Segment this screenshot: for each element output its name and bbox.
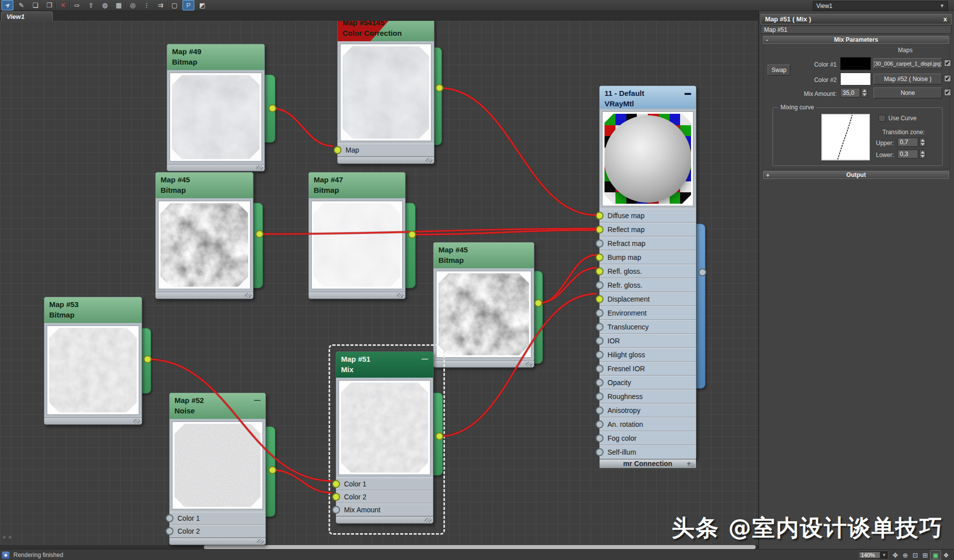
vray-slot[interactable]: Hilight gloss — [600, 348, 696, 362]
node-map47[interactable]: Map #47 Bitmap — [308, 172, 406, 299]
node-header[interactable]: Map #51 Mix — — [336, 352, 433, 378]
socket-out-map45a[interactable] — [256, 230, 263, 238]
vray-slot[interactable]: Diffuse map — [600, 209, 696, 223]
socket-out-map53[interactable] — [144, 355, 152, 363]
mix-amount-spinner[interactable] — [861, 88, 867, 97]
color1-map-button[interactable]: (30_006_carpet_1_displ.jpg) — [873, 58, 942, 69]
pick-material-icon[interactable]: ✎ — [15, 0, 27, 10]
node-map45-b[interactable]: Map #45 Bitmap — [433, 242, 534, 368]
close-icon[interactable]: x — [944, 15, 947, 23]
vray-slot[interactable]: Translucency — [600, 320, 696, 334]
socket-out-colorcorrection[interactable] — [435, 84, 443, 92]
resize-grip-icon[interactable] — [426, 158, 433, 162]
vray-slot[interactable]: Anisotropy — [600, 403, 696, 417]
minimize-icon[interactable]: — — [422, 355, 428, 362]
color1-swatch[interactable] — [840, 57, 871, 70]
node-header[interactable]: 11 - Default VRayMtl ▬ — [600, 86, 696, 109]
horizontal-scrollbar[interactable] — [0, 545, 758, 549]
color2-enable-checkbox[interactable]: ✔ — [944, 75, 951, 82]
socket-out-map52[interactable] — [268, 466, 276, 474]
resize-grip-icon[interactable] — [256, 165, 263, 170]
minimize-icon[interactable]: ▬ — [685, 89, 691, 96]
vray-slot[interactable]: Opacity — [600, 376, 696, 390]
slot-map-input[interactable]: Map — [338, 144, 434, 157]
select-icon[interactable]: ➤ — [1, 0, 13, 10]
vray-slot[interactable]: Refract map — [600, 237, 696, 250]
color2-swatch[interactable] — [840, 73, 871, 85]
socket-out-map49[interactable] — [268, 104, 276, 112]
pan-to-selected-icon[interactable]: ❖ — [941, 551, 951, 560]
pan-icon[interactable]: ✥ — [890, 551, 900, 560]
socket-out-map45b[interactable] — [534, 299, 542, 307]
vray-slot[interactable]: An. rotation — [600, 417, 696, 431]
material-name-field[interactable]: Map #51 — [761, 25, 952, 34]
zoom-extents-icon[interactable]: ⊞ — [920, 551, 930, 560]
resize-grip-icon[interactable] — [257, 539, 264, 544]
slot-color2[interactable]: Color 2 — [170, 525, 265, 538]
delete-icon[interactable]: ✕ — [57, 0, 69, 10]
sort-icon[interactable]: ⋮ — [141, 0, 153, 10]
color1-enable-checkbox[interactable]: ✔ — [944, 60, 951, 67]
rollout-output[interactable]: + Output — [763, 171, 949, 179]
slot-color1[interactable]: Color 1 — [170, 512, 265, 525]
use-curve-checkbox[interactable]: ✔ — [878, 115, 885, 122]
vray-slot[interactable]: Bump map — [600, 250, 696, 264]
socket-out-mix51[interactable] — [435, 432, 443, 440]
slot-color1[interactable]: Color 1 — [336, 478, 433, 490]
move-children-icon[interactable]: ⇨ — [71, 0, 83, 10]
socket-out-vraymtl[interactable] — [698, 268, 706, 276]
upper-field[interactable]: 0,7 — [897, 138, 918, 147]
material-id-icon[interactable]: ◎ — [127, 0, 139, 10]
vray-slot[interactable]: Fresnel IOR — [600, 362, 696, 376]
zoom-icon[interactable]: ⊕ — [900, 551, 910, 560]
layout-all-icon[interactable]: ⇉ — [155, 0, 167, 10]
resize-grip-icon[interactable] — [525, 362, 532, 366]
node-header[interactable]: Map #53 Bitmap — [44, 297, 142, 323]
socket-out-map47[interactable] — [408, 231, 416, 239]
upper-spinner[interactable] — [919, 138, 926, 147]
slot-color2[interactable]: Color 2 — [336, 490, 433, 503]
swap-button[interactable]: Swap — [768, 65, 790, 76]
vray-slot[interactable]: Displacement — [600, 292, 696, 306]
zoom-level-dropdown[interactable]: 140% ▼ — [859, 551, 888, 560]
node-header[interactable]: Map #52 Noise — — [170, 393, 265, 419]
node-header[interactable]: Map #54145 Color Correction — [338, 21, 434, 41]
mix-amount-enable-checkbox[interactable]: ✔ — [944, 89, 951, 96]
expand-icon[interactable]: + — [766, 172, 770, 179]
vray-slot[interactable]: IOR — [600, 334, 696, 348]
mr-connection-bar[interactable]: mr Connection + — [600, 459, 696, 468]
slot-mix-amount[interactable]: Mix Amount — [336, 503, 433, 516]
node-header[interactable]: Map #47 Bitmap — [309, 172, 405, 198]
node-mix51[interactable]: Map #51 Mix — Color 1 Color 2 Mix Amount — [336, 351, 434, 524]
shade-viewport-icon[interactable]: ❏ — [29, 0, 41, 10]
node-header[interactable]: Map #45 Bitmap — [156, 172, 253, 198]
resize-grip-icon[interactable] — [425, 518, 432, 522]
collapse-icon[interactable]: - — [766, 37, 768, 44]
node-map49[interactable]: Map #49 Bitmap — [167, 44, 265, 171]
mix-amount-map-button[interactable]: None — [873, 87, 942, 98]
lower-spinner[interactable] — [919, 150, 926, 159]
scrollbar-thumb[interactable] — [204, 545, 756, 549]
minimize-icon[interactable]: — — [254, 396, 260, 403]
zoom-region-icon[interactable]: ⊡ — [910, 551, 920, 560]
vray-slot[interactable]: Reflect map — [600, 223, 696, 237]
rollout-mix-parameters[interactable]: - Mix Parameters — [763, 36, 949, 44]
hide-unused-slots-icon[interactable]: ⇧ — [85, 0, 97, 10]
select-tree-icon[interactable]: ▢ — [169, 0, 180, 10]
resize-grip-icon[interactable] — [688, 463, 694, 467]
show-maps-icon[interactable]: ◍ — [99, 0, 111, 10]
node-header[interactable]: Map #45 Bitmap — [434, 242, 534, 268]
assign-material-icon[interactable]: ❒ — [43, 0, 55, 10]
view-selector-dropdown[interactable]: View1 ▼ — [813, 1, 948, 10]
node-header[interactable]: Map #49 Bitmap — [167, 44, 264, 70]
mix-amount-field[interactable]: 35,0 — [840, 88, 860, 97]
parameter-editor-icon[interactable]: P — [182, 0, 194, 10]
tab-view1[interactable]: View1 — [1, 11, 53, 21]
panel-title-bar[interactable]: Map #51 ( Mix ) x — [761, 14, 952, 24]
node-canvas[interactable]: Map #49 Bitmap Map #54145 Color Correcti… — [0, 21, 758, 549]
resize-grip-icon[interactable] — [245, 293, 252, 298]
node-map45-a[interactable]: Map #45 Bitmap — [155, 172, 254, 299]
vray-slot[interactable]: Environment — [600, 306, 696, 320]
resize-grip-icon[interactable] — [133, 419, 140, 423]
node-map52[interactable]: Map #52 Noise — Color 1 Color 2 — [169, 393, 266, 545]
